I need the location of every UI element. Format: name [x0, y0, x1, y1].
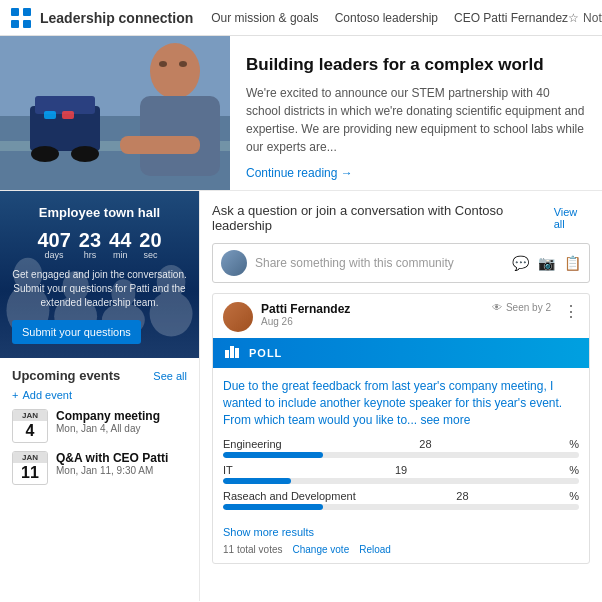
poll-banner: POLL [213, 338, 589, 368]
show-more-results-link[interactable]: Show more results [223, 526, 579, 538]
svg-point-17 [179, 61, 187, 67]
hero-body: We're excited to announce our STEM partn… [246, 84, 586, 156]
camera-icon[interactable]: 📷 [537, 254, 555, 272]
submit-questions-button[interactable]: Submit your questions [12, 320, 141, 344]
poll-bar-1 [223, 452, 323, 458]
countdown-days: 407 days [37, 230, 70, 260]
share-icons: 💬 📷 📋 [511, 254, 581, 272]
event-name-1: Company meeting [56, 409, 160, 423]
reload-link[interactable]: Reload [359, 544, 391, 555]
svg-rect-0 [11, 8, 19, 16]
poll-option-1: Engineering 28% [223, 438, 579, 458]
event-date-badge-2: JAN 11 [12, 451, 48, 485]
continue-reading-link[interactable]: Continue reading → [246, 166, 586, 180]
right-column: Ask a question or join a conversation wi… [200, 191, 602, 601]
seen-icon: 👁 [492, 302, 502, 313]
post-more-button[interactable]: ⋮ [559, 302, 579, 321]
logo-icon [10, 7, 32, 29]
share-placeholder[interactable]: Share something with this community [255, 256, 503, 270]
plus-icon: + [12, 389, 18, 401]
nav-item-mission[interactable]: Our mission & goals [211, 11, 318, 25]
site-title: Leadership connection [40, 10, 193, 26]
post-date: Aug 26 [261, 316, 484, 327]
townhall-countdown: 407 days 23 hrs 44 min 20 sec [12, 230, 187, 260]
post-avatar [223, 302, 253, 332]
main-content: Employee town hall 407 days 23 hrs 44 mi… [0, 191, 602, 601]
event-name-2: Q&A with CEO Patti [56, 451, 168, 465]
svg-rect-11 [44, 111, 56, 119]
poll-question: Due to the great feedback from last year… [213, 368, 589, 434]
countdown-sec: 20 sec [139, 230, 161, 260]
post-header: Patti Fernandez Aug 26 👁 Seen by 2 ⋮ [213, 294, 589, 338]
events-see-all[interactable]: See all [153, 370, 187, 382]
post-seen: 👁 Seen by 2 [492, 302, 551, 313]
townhall-description: Get engaged and join the conversation. S… [12, 268, 187, 310]
svg-rect-27 [230, 346, 234, 358]
poll-icon [223, 342, 241, 364]
poll-option-3: Raseach and Development 28% [223, 490, 579, 510]
follow-button[interactable]: ☆ Not following [568, 11, 602, 25]
chat-icon[interactable]: 💬 [511, 254, 529, 272]
svg-rect-28 [235, 348, 239, 358]
share-avatar [221, 250, 247, 276]
poll-bar-3 [223, 504, 323, 510]
countdown-min: 44 min [109, 230, 131, 260]
svg-rect-1 [23, 8, 31, 16]
share-row[interactable]: Share something with this community 💬 📷 … [212, 243, 590, 283]
poll-options: Engineering 28% IT 19% [213, 434, 589, 520]
list-icon[interactable]: 📋 [563, 254, 581, 272]
svg-point-9 [31, 146, 59, 162]
svg-point-10 [71, 146, 99, 162]
poll-bar-2 [223, 478, 291, 484]
nav-item-leadership[interactable]: Contoso leadership [335, 11, 438, 25]
poll-footer: 11 total votes Change vote Reload [223, 544, 579, 555]
svg-rect-2 [11, 20, 19, 28]
svg-point-16 [159, 61, 167, 67]
svg-rect-12 [62, 111, 74, 119]
townhall-title: Employee town hall [12, 205, 187, 220]
post-item: Patti Fernandez Aug 26 👁 Seen by 2 ⋮ POL… [212, 293, 590, 564]
post-author: Patti Fernandez [261, 302, 484, 316]
svg-rect-3 [23, 20, 31, 28]
svg-point-13 [150, 43, 200, 99]
poll-option-2: IT 19% [223, 464, 579, 484]
site-header: Leadership connection Our mission & goal… [0, 0, 602, 36]
countdown-hrs: 23 hrs [79, 230, 101, 260]
hero-image [0, 36, 230, 190]
events-title: Upcoming events [12, 368, 120, 383]
event-item-2: JAN 11 Q&A with CEO Patti Mon, Jan 11, 9… [12, 451, 187, 485]
event-time-2: Mon, Jan 11, 9:30 AM [56, 465, 168, 476]
poll-actions: Show more results 11 total votes Change … [213, 520, 589, 563]
nav-item-ceo[interactable]: CEO Patti Fernandez [454, 11, 568, 25]
svg-rect-26 [225, 350, 229, 358]
townhall-card: Employee town hall 407 days 23 hrs 44 mi… [0, 191, 199, 358]
event-date-badge-1: JAN 4 [12, 409, 48, 443]
hero-content: Building leaders for a complex world We'… [230, 36, 602, 190]
hero-headline: Building leaders for a complex world [246, 54, 586, 76]
hero-section: Building leaders for a complex world We'… [0, 36, 602, 191]
community-title: Ask a question or join a conversation wi… [212, 203, 554, 233]
change-vote-link[interactable]: Change vote [292, 544, 349, 555]
main-nav: Our mission & goals Contoso leadership C… [211, 11, 568, 25]
view-all-link[interactable]: View all [554, 206, 590, 230]
event-item-1: JAN 4 Company meeting Mon, Jan 4, All da… [12, 409, 187, 443]
see-more-link[interactable]: see more [420, 413, 470, 427]
events-header: Upcoming events See all [12, 368, 187, 383]
add-event-button[interactable]: + Add event [12, 389, 187, 401]
event-time-1: Mon, Jan 4, All day [56, 423, 160, 434]
events-section: Upcoming events See all + Add event JAN … [0, 358, 199, 503]
star-icon: ☆ [568, 11, 579, 25]
left-column: Employee town hall 407 days 23 hrs 44 mi… [0, 191, 200, 601]
community-header: Ask a question or join a conversation wi… [212, 203, 590, 233]
svg-rect-15 [120, 136, 200, 154]
